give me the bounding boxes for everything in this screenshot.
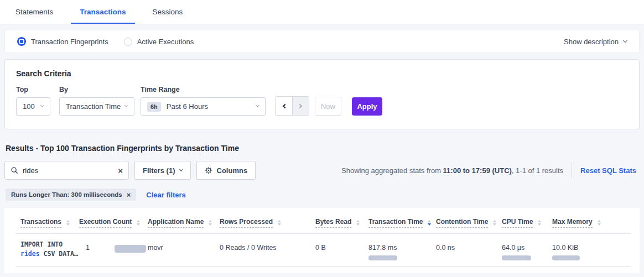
transaction-time-cell: 817.8 ms	[368, 240, 436, 260]
filters-button[interactable]: Filters (1)	[134, 161, 191, 180]
application-name-cell: movr	[148, 240, 220, 260]
results-heading: Results - Top 100 Transaction Fingerprin…	[6, 144, 640, 153]
columns-button[interactable]: Columns	[196, 161, 256, 180]
columns-button-label: Columns	[217, 166, 248, 175]
column-header-execution-count[interactable]: Execution Count	[79, 218, 148, 228]
table-header-row: Transactions Execution Count Application…	[15, 213, 631, 234]
tab-statements[interactable]: Statements	[7, 0, 62, 24]
chevron-down-icon	[623, 38, 627, 43]
transaction-time-bar	[368, 255, 397, 260]
tab-sessions[interactable]: Sessions	[144, 0, 192, 24]
sort-icon	[493, 220, 496, 226]
execution-count-cell: 1	[79, 240, 148, 260]
transaction-fingerprint-link[interactable]: IMPORT INTO rides CSV DATA…	[15, 240, 79, 260]
sort-icon	[278, 220, 281, 226]
column-header-rows-processed[interactable]: Rows Processed	[220, 218, 315, 228]
execution-count-bar	[115, 245, 146, 253]
by-field: By Transaction Time	[59, 86, 134, 116]
contention-time-cell: 0.0 ns	[436, 240, 502, 260]
clear-search-icon[interactable]: ×	[118, 166, 123, 175]
applied-filters-row: Runs Longer Than: 300 milliseconds × Cle…	[6, 189, 640, 201]
column-header-contention-time[interactable]: Contention Time	[436, 218, 502, 228]
show-description-label: Show description	[564, 38, 619, 46]
column-header-bytes-read[interactable]: Bytes Read	[315, 218, 368, 228]
results-table: Transactions Execution Count Application…	[4, 208, 640, 273]
search-icon	[11, 166, 18, 174]
time-range-pager	[275, 96, 309, 116]
table-row: IMPORT INTO rides CSV DATA… 1 movr 0 Rea…	[15, 234, 631, 266]
filter-pill: Runs Longer Than: 300 milliseconds ×	[6, 189, 136, 201]
radio-transaction-fingerprints[interactable]: Transaction Fingerprints	[17, 37, 108, 46]
search-criteria-form: Top 100 By Transaction Time Time Range 6…	[16, 86, 628, 116]
sort-desc-icon	[428, 220, 431, 226]
cpu-time-value: 64.0 µs	[502, 244, 552, 252]
search-criteria-title: Search Criteria	[16, 69, 628, 78]
bytes-read-cell: 0 B	[315, 240, 368, 260]
transaction-statement-line1: IMPORT INTO	[20, 240, 79, 249]
column-header-max-memory[interactable]: Max Memory	[552, 218, 631, 228]
gear-icon	[205, 166, 212, 174]
chevron-right-icon	[298, 103, 302, 108]
radio-selected-icon	[17, 37, 26, 46]
transaction-time-value: 817.8 ms	[368, 244, 436, 252]
page-tabs: Statements Transactions Sessions	[0, 0, 644, 24]
sort-icon	[137, 220, 140, 226]
sort-icon	[538, 220, 541, 226]
max-memory-bar	[552, 255, 580, 260]
rows-processed-cell: 0 Reads / 0 Writes	[220, 240, 315, 260]
filters-button-label: Filters (1)	[143, 166, 175, 175]
top-field-label: Top	[16, 86, 50, 93]
column-header-transactions[interactable]: Transactions	[15, 218, 79, 228]
time-range-prev-button[interactable]	[276, 97, 292, 115]
search-criteria-panel: Search Criteria Top 100 By Transaction T…	[4, 59, 640, 129]
tab-transactions[interactable]: Transactions	[71, 0, 134, 24]
search-input[interactable]	[23, 166, 118, 175]
sort-icon	[598, 220, 601, 226]
cpu-time-cell: 64.0 µs	[502, 240, 552, 260]
stats-text-suffix: , 1-1 of 1 results	[512, 166, 563, 175]
filter-pill-label: Runs Longer Than: 300 milliseconds	[11, 191, 122, 198]
column-header-cpu-time[interactable]: CPU Time	[502, 218, 552, 228]
by-field-label: By	[59, 86, 134, 93]
remove-filter-icon[interactable]: ×	[127, 191, 131, 198]
column-header-application-name[interactable]: Application Name	[148, 218, 220, 228]
vertical-divider	[572, 162, 572, 179]
column-header-transaction-time[interactable]: Transaction Time	[368, 218, 436, 228]
time-range-badge: 6h	[147, 102, 161, 112]
sort-icon	[209, 220, 212, 226]
sort-icon	[66, 220, 70, 226]
view-mode-bar: Transaction Fingerprints Active Executio…	[4, 30, 640, 53]
time-range-field: Time Range 6h Past 6 Hours	[141, 86, 266, 116]
show-description-toggle[interactable]: Show description	[564, 38, 627, 46]
chevron-down-icon	[124, 103, 128, 107]
top-select-value: 100	[23, 102, 35, 111]
radio-transaction-fingerprints-label: Transaction Fingerprints	[31, 38, 108, 46]
chevron-down-icon	[179, 167, 183, 171]
view-mode-radio-group: Transaction Fingerprints Active Executio…	[17, 37, 194, 46]
chevron-down-icon	[40, 103, 44, 107]
time-range-label: Time Range	[141, 86, 266, 93]
execution-count-value: 1	[86, 244, 90, 252]
top-select[interactable]: 100	[16, 97, 50, 116]
chevron-left-icon	[282, 103, 287, 108]
radio-unselected-icon	[124, 38, 132, 46]
apply-button[interactable]: Apply	[352, 97, 382, 116]
time-range-value: Past 6 Hours	[167, 102, 208, 111]
radio-active-executions[interactable]: Active Executions	[124, 38, 194, 46]
reset-sql-stats-link[interactable]: Reset SQL Stats	[580, 166, 636, 175]
top-field: Top 100	[16, 86, 50, 116]
now-button[interactable]: Now	[315, 97, 341, 116]
transaction-statement-line2: rides CSV DATA…	[20, 249, 79, 259]
chevron-down-icon	[256, 103, 259, 107]
by-select[interactable]: Transaction Time	[59, 97, 134, 116]
search-box: ×	[4, 161, 129, 180]
time-range-next-button[interactable]	[292, 97, 309, 115]
stats-text-prefix: Showing aggregated stats from	[341, 166, 443, 175]
sort-icon	[356, 220, 360, 226]
max-memory-cell: 10.0 KiB	[552, 240, 631, 260]
stats-summary: Showing aggregated stats from 11:00 to 1…	[341, 162, 640, 179]
stats-time-range: 11:00 to 17:59 (UTC)	[443, 166, 512, 175]
radio-active-executions-label: Active Executions	[137, 38, 194, 46]
time-range-select[interactable]: 6h Past 6 Hours	[141, 97, 266, 116]
clear-filters-link[interactable]: Clear filters	[146, 191, 186, 199]
